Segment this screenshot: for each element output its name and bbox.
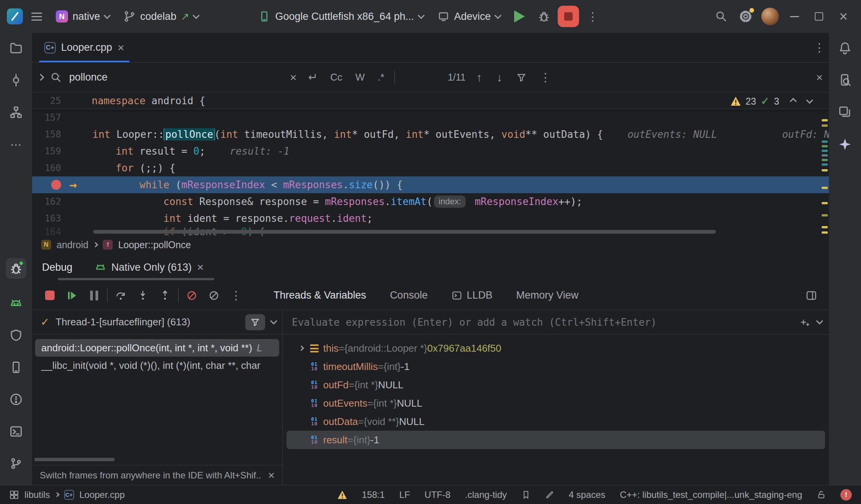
- breadcrumb-namespace[interactable]: android: [57, 239, 88, 250]
- vcs-tool-button[interactable]: [8, 456, 24, 471]
- stripe-mark[interactable]: [822, 150, 828, 152]
- stripe-mark[interactable]: [822, 187, 828, 189]
- variable-row[interactable]: 0110outData = {void **} NULL: [286, 412, 825, 431]
- stop-process-button[interactable]: [40, 286, 59, 305]
- breakpoint-icon[interactable]: [51, 180, 61, 190]
- tab-lldb[interactable]: LLDB: [452, 289, 493, 301]
- running-devices-tool-button[interactable]: [8, 296, 24, 311]
- evaluate-expression-input[interactable]: [292, 317, 793, 328]
- add-watch-icon[interactable]: [800, 317, 810, 328]
- vcs-branch-selector[interactable]: codelab ↗: [118, 6, 204, 26]
- session-tab-close-icon[interactable]: ×: [197, 262, 204, 273]
- error-stripe[interactable]: [821, 92, 829, 236]
- search-everywhere-button[interactable]: [710, 6, 732, 27]
- previous-match-button[interactable]: ↑: [473, 69, 486, 86]
- warning-icon[interactable]: [337, 490, 347, 499]
- gutter-line-number[interactable]: 158: [32, 129, 63, 140]
- close-find-bar-icon[interactable]: ×: [816, 72, 823, 83]
- layout-settings-button[interactable]: [802, 286, 821, 305]
- stripe-mark[interactable]: [822, 214, 828, 216]
- more-actions-button[interactable]: ⋮: [582, 6, 604, 27]
- code-line-160[interactable]: 160 for (;;) {: [32, 160, 829, 176]
- clang-tidy-status[interactable]: .clang-tidy: [465, 489, 507, 500]
- problems-tool-button[interactable]: [8, 392, 24, 407]
- expand-chevron-icon[interactable]: [295, 346, 308, 350]
- debug-more-button[interactable]: ⋮: [227, 286, 245, 305]
- stack-frame[interactable]: android::Looper::pollOnce(int, int *, in…: [35, 339, 279, 357]
- debug-button[interactable]: [533, 6, 555, 27]
- stripe-mark[interactable]: [822, 124, 828, 127]
- notifications-button[interactable]: [837, 40, 853, 56]
- run-button[interactable]: [509, 6, 530, 27]
- commit-tool-button[interactable]: [8, 73, 24, 88]
- code-line-163[interactable]: 163 int ident = response.request.ident;: [32, 210, 829, 227]
- bookmark-button[interactable]: [521, 490, 531, 499]
- banner-close-icon[interactable]: ×: [268, 470, 275, 481]
- gutter-line-number[interactable]: 160: [32, 163, 63, 173]
- indent-setting[interactable]: 4 spaces: [569, 489, 605, 500]
- view-breakpoints-button[interactable]: [183, 286, 201, 305]
- status-file[interactable]: Looper.cpp: [79, 489, 125, 500]
- next-problem-chevron[interactable]: [806, 97, 813, 103]
- regex-toggle[interactable]: .*: [375, 69, 387, 86]
- tab-close-icon[interactable]: ×: [118, 42, 125, 53]
- project-tool-button[interactable]: [8, 40, 24, 56]
- stripe-mark[interactable]: [822, 119, 828, 121]
- pause-button[interactable]: [85, 286, 103, 305]
- variable-row[interactable]: 0110result = {int} -1: [286, 431, 825, 449]
- tab-console[interactable]: Console: [390, 289, 428, 301]
- gutter-line-number[interactable]: 162: [32, 196, 63, 207]
- gutter-line-number[interactable]: 164: [32, 227, 63, 236]
- status-module[interactable]: libutils: [24, 489, 50, 500]
- run-config-selector[interactable]: Adevice: [432, 6, 506, 26]
- debug-session-tab[interactable]: Native Only (613) ×: [95, 262, 204, 273]
- window-minimize-button[interactable]: [784, 6, 805, 27]
- stop-button[interactable]: [558, 6, 579, 27]
- error-notification-badge[interactable]: !: [840, 489, 852, 501]
- tab-memory-view[interactable]: Memory View: [516, 289, 578, 301]
- tab-strip-scrollbar[interactable]: [58, 278, 214, 280]
- app-quality-insights-tool-button[interactable]: [8, 328, 24, 343]
- variable-row[interactable]: 0110outEvents = {int *} NULL: [286, 394, 825, 412]
- stripe-mark[interactable]: [822, 163, 828, 166]
- layout-inspector-tool-button[interactable]: [837, 105, 853, 120]
- toolchain-setting[interactable]: C++: libutils_test_compile|...unk_stagin…: [620, 489, 802, 500]
- gutter-line-number[interactable]: 157: [32, 112, 63, 123]
- code-line-161[interactable]: → while (mResponseIndex < mResponses.siz…: [32, 176, 829, 193]
- tab-threads-variables[interactable]: Threads & Variables: [274, 289, 366, 301]
- search-filter-button[interactable]: [513, 70, 530, 85]
- code-editor[interactable]: 25namespace android {157158int Looper::p…: [32, 92, 829, 236]
- thread-filter-button[interactable]: [245, 314, 265, 330]
- tab-list-more-button[interactable]: ⋮: [814, 42, 825, 53]
- stripe-mark[interactable]: [822, 231, 828, 234]
- next-match-button[interactable]: ↓: [493, 69, 506, 86]
- stripe-mark[interactable]: [822, 169, 828, 171]
- device-manager-tool-button[interactable]: [8, 360, 24, 375]
- stripe-mark[interactable]: [822, 226, 828, 228]
- newline-button[interactable]: [304, 70, 320, 85]
- main-menu-button[interactable]: [26, 6, 47, 27]
- inspections-widget[interactable]: 23 ✓ 3: [730, 94, 812, 108]
- code-line-159[interactable]: 159 int result = 0;result: -1: [32, 143, 829, 160]
- code-line-157[interactable]: 157: [32, 109, 829, 126]
- match-case-toggle[interactable]: Cc: [327, 69, 346, 86]
- code-line-25[interactable]: 25namespace android {: [32, 92, 829, 109]
- window-maximize-button[interactable]: [808, 6, 830, 27]
- terminal-tool-button[interactable]: [8, 424, 24, 439]
- line-separator[interactable]: LF: [399, 489, 410, 500]
- stripe-mark[interactable]: [822, 154, 828, 157]
- expand-replace-chevron[interactable]: [37, 74, 44, 81]
- device-explorer-tool-button[interactable]: [837, 73, 853, 88]
- mute-breakpoints-button[interactable]: [205, 286, 223, 305]
- previous-problem-chevron[interactable]: [790, 98, 796, 105]
- file-encoding[interactable]: UTF-8: [424, 489, 450, 500]
- search-more-button[interactable]: ⋮: [537, 68, 554, 86]
- stripe-mark[interactable]: [822, 159, 828, 161]
- debug-window-title[interactable]: Debug: [42, 262, 73, 273]
- gutter-line-number[interactable]: 159: [32, 146, 63, 157]
- variable-row[interactable]: this = {android::Looper *} 0x7967aa146f5…: [286, 339, 825, 357]
- editor-tab-looper-cpp[interactable]: C+ Looper.cpp ×: [36, 33, 133, 62]
- step-into-button[interactable]: [134, 286, 152, 305]
- gutter-line-number[interactable]: 163: [32, 213, 63, 224]
- whole-words-toggle[interactable]: W: [352, 69, 368, 86]
